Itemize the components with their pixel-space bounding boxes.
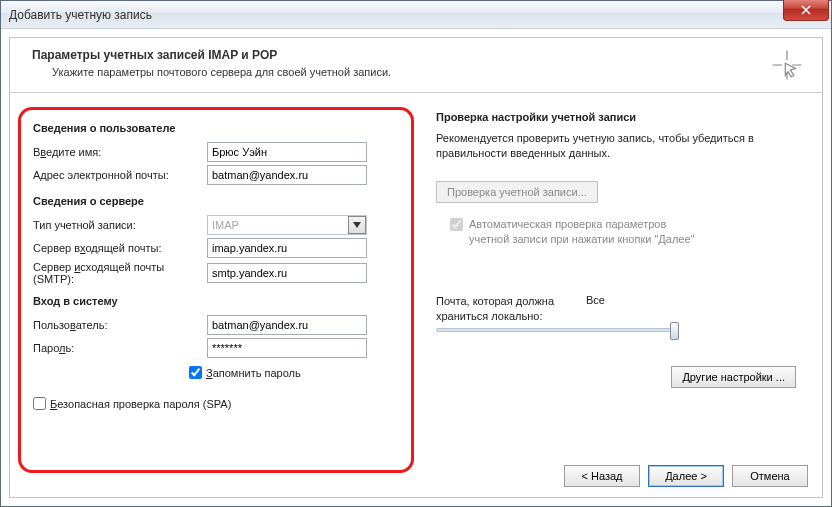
next-button[interactable]: Далее > <box>648 465 724 487</box>
incoming-server-input[interactable] <box>207 238 367 258</box>
email-label: Адрес электронной почты: <box>33 169 207 181</box>
user-info-heading: Сведения о пользователе <box>33 122 399 134</box>
close-button[interactable] <box>783 0 829 21</box>
close-icon <box>801 5 811 15</box>
header-subtitle: Укажите параметры почтового сервера для … <box>52 66 770 78</box>
right-panel: Проверка настройки учетной записи Рекоме… <box>414 107 804 473</box>
name-input[interactable] <box>207 142 367 162</box>
name-label: Введите имя: <box>33 146 207 158</box>
username-label: Пользователь: <box>33 319 207 331</box>
test-heading: Проверка настройки учетной записи <box>436 111 804 123</box>
outgoing-server-label: Сервер исходящей почты (SMTP): <box>33 261 207 285</box>
cursor-arrow-icon <box>770 48 804 82</box>
username-input[interactable] <box>207 315 367 335</box>
header-title: Параметры учетных записей IMAP и POP <box>32 48 770 62</box>
server-info-heading: Сведения о сервере <box>33 195 399 207</box>
window-title: Добавить учетную запись <box>9 8 152 22</box>
login-heading: Вход в систему <box>33 295 399 307</box>
remember-password-label: Запомнить пароль <box>206 367 301 379</box>
highlighted-settings-panel: Сведения о пользователе Введите имя: Адр… <box>18 107 414 473</box>
dialog-footer: < Назад Далее > Отмена <box>564 465 808 487</box>
dialog-window: Добавить учетную запись Параметры учетны… <box>0 0 832 507</box>
more-settings-button[interactable]: Другие настройки ... <box>671 366 796 388</box>
auto-test-checkbox <box>450 218 463 231</box>
storage-label: Почта, которая должна храниться локально… <box>436 294 586 324</box>
cancel-button[interactable]: Отмена <box>732 465 808 487</box>
test-account-button[interactable]: Проверка учетной записи... <box>436 181 598 203</box>
outgoing-server-input[interactable] <box>207 263 367 283</box>
storage-slider[interactable] <box>436 328 676 332</box>
account-type-label: Тип учетной записи: <box>33 219 207 231</box>
email-input[interactable] <box>207 165 367 185</box>
storage-value: Все <box>586 294 605 324</box>
spa-checkbox[interactable] <box>33 397 46 410</box>
password-input[interactable] <box>207 338 367 358</box>
account-type-select[interactable]: IMAP <box>207 215 367 235</box>
spa-label: Безопасная проверка пароля (SPA) <box>50 398 231 410</box>
title-bar: Добавить учетную запись <box>1 1 831 29</box>
dialog-header: Параметры учетных записей IMAP и POP Ука… <box>10 38 822 93</box>
remember-password-checkbox[interactable] <box>189 366 202 379</box>
test-description: Рекомендуется проверить учетную запись, … <box>436 131 804 161</box>
auto-test-label: Автоматическая проверка параметров учетн… <box>469 217 709 247</box>
password-label: Пароль: <box>33 342 207 354</box>
back-button[interactable]: < Назад <box>564 465 640 487</box>
dialog-body: Параметры учетных записей IMAP и POP Ука… <box>9 37 823 498</box>
incoming-server-label: Сервер входящей почты: <box>33 242 207 254</box>
slider-thumb[interactable] <box>670 322 679 340</box>
